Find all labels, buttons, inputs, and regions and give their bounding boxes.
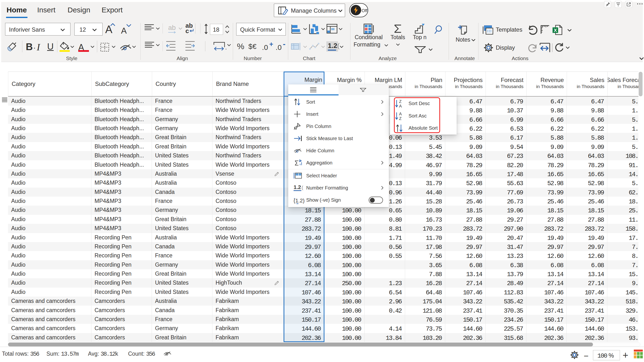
svg-text:(: ( <box>302 185 303 190</box>
svg-text:1.2: 1.2 <box>294 184 301 190</box>
svg-text:(1.2): (1.2) <box>294 198 304 204</box>
svg-text:X: X <box>554 28 557 33</box>
